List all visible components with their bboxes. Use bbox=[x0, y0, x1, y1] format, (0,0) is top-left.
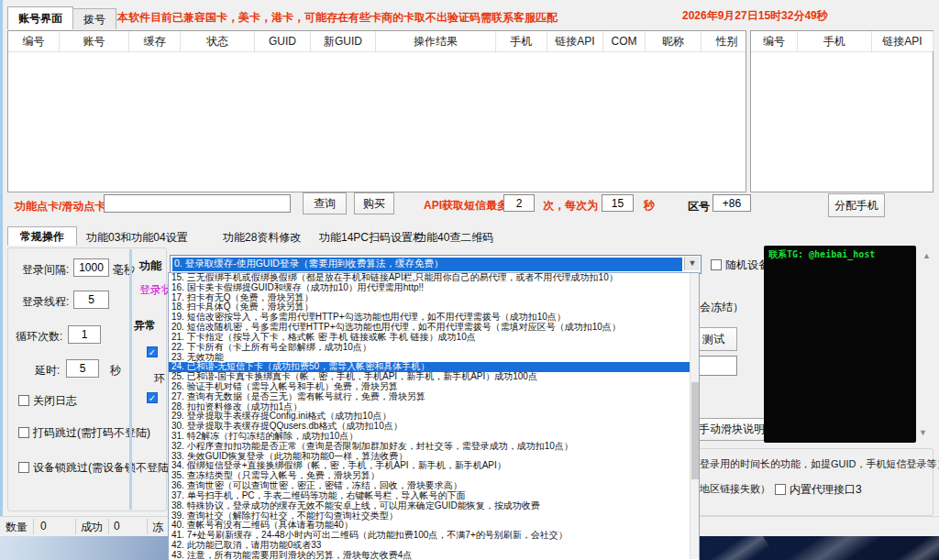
close-log-option: 关闭日志 bbox=[18, 391, 77, 409]
statusbar-separator bbox=[108, 519, 109, 534]
loop-count-input[interactable] bbox=[68, 325, 101, 344]
dropdown-item[interactable]: 19. 短信改密按导入，号多需用代理HTTP+勾选功能也用代理，如不用代理需拨号… bbox=[169, 313, 699, 323]
phone-table-header: 编号手机链接API bbox=[751, 31, 933, 52]
dropdown-item[interactable]: 43. 注意，所有功能需要用到滑块的另算，滑块每次收费4点 bbox=[169, 551, 699, 560]
chevron-down-icon[interactable]: ▼ bbox=[684, 257, 700, 270]
dropdown-item[interactable]: 16. 国卡美卡假绑提GUID和缓存（成功扣10）用代理需用http!! bbox=[169, 283, 699, 293]
builtin-proxy-checkbox[interactable] bbox=[775, 484, 786, 495]
dropdown-scrollbar[interactable] bbox=[690, 273, 699, 559]
tab-func40[interactable]: 功能40查二维码 bbox=[415, 228, 493, 247]
dropdown-item[interactable]: 26. 验证手机对错（需导入帐号和手机）免费，滑块另算 bbox=[169, 382, 699, 392]
column-header[interactable]: 手机 bbox=[496, 31, 547, 51]
column-header[interactable]: 状态 bbox=[181, 31, 255, 51]
dropdown-item[interactable]: 15. 三无假绑手机或假绑换假绑（都是放在手机和链接API栏,只能用你自己的易代… bbox=[169, 273, 699, 283]
column-header[interactable]: 新GUID bbox=[311, 31, 376, 51]
login-interval-input[interactable] bbox=[73, 258, 109, 277]
assign-phone-button[interactable]: 分配手机 bbox=[828, 193, 885, 217]
dropdown-item[interactable]: 34. 假绑短信登录+直接换绑假绑（帐，密，手机，手机API，新手机，新手机AP… bbox=[169, 461, 699, 471]
dropdown-item[interactable]: 18. 扫卡具体Q（免费，滑块另算） bbox=[169, 302, 699, 313]
devicelock-skip-checkbox[interactable] bbox=[18, 462, 29, 473]
delay-input[interactable] bbox=[66, 359, 99, 378]
success-label: 成功 bbox=[81, 520, 103, 535]
abnormal-checkbox[interactable] bbox=[147, 346, 158, 357]
column-header[interactable]: 链接API bbox=[547, 31, 603, 51]
area-code-input[interactable] bbox=[713, 194, 751, 212]
column-header[interactable]: 账号 bbox=[60, 31, 129, 51]
column-header[interactable]: 缓存 bbox=[129, 31, 181, 51]
qty-value: 0 bbox=[40, 520, 47, 533]
dropdown-item[interactable]: 17. 扫卡有无Q（免费，滑块另算） bbox=[169, 293, 699, 303]
column-header[interactable]: 昵称 bbox=[646, 31, 701, 51]
compatibility-warning: 本软件目前已兼容国卡，美卡，港卡，可能存在有些卡商的卡取不出验证码需联系客服匹配 bbox=[117, 10, 558, 26]
login-thread-input[interactable] bbox=[73, 291, 109, 309]
close-log-label: 关闭日志 bbox=[33, 394, 77, 407]
tab-func28[interactable]: 功能28资料修改 bbox=[223, 228, 301, 247]
random-device-label: 随机设备 bbox=[725, 258, 769, 271]
column-header[interactable]: 编号 bbox=[8, 31, 60, 51]
dropdown-item[interactable]: 31. 特2解冻（打勾冻结的解除，成功扣10点） bbox=[169, 432, 699, 442]
sms-count-input[interactable] bbox=[503, 194, 535, 212]
column-header[interactable]: 编号 bbox=[751, 31, 798, 51]
delay-unit: 秒 bbox=[110, 363, 121, 379]
phone-table: 编号手机链接API bbox=[750, 30, 933, 192]
dropdown-item[interactable]: 29. 登录提取手表缓存提Config.ini格式（成功扣10点） bbox=[169, 412, 699, 422]
column-header[interactable]: 链接API bbox=[872, 31, 933, 51]
close-log-checkbox[interactable] bbox=[18, 395, 29, 406]
buy-button[interactable]: 购买 bbox=[354, 192, 394, 214]
env-checkbox[interactable] bbox=[147, 392, 158, 403]
dropdown-scrollbar-thumb[interactable] bbox=[691, 382, 699, 479]
dropdown-item[interactable]: 30. 登录提取手表缓存提QQusers.db格式（成功扣10点） bbox=[169, 422, 699, 432]
dropdown-item[interactable]: 23. 无效功能 bbox=[169, 353, 699, 363]
random-device-checkbox[interactable] bbox=[711, 259, 722, 270]
point-card-input[interactable] bbox=[104, 194, 291, 213]
scroll-down-icon[interactable]: ▼ bbox=[919, 428, 927, 437]
scroll-up-icon[interactable]: ▲ bbox=[922, 251, 931, 260]
tab-dial[interactable]: 拨号 bbox=[72, 8, 116, 29]
tab-func03-04[interactable]: 功能03和功能04设置 bbox=[86, 228, 188, 247]
dropdown-item[interactable]: 32. 小程序查扣扣功能是否正常（查询是否限制加群加好友，封社交等，需登录成功，… bbox=[169, 442, 699, 452]
column-header[interactable]: GUID bbox=[255, 31, 311, 51]
function-dropdown-list: 15. 三无假绑手机或假绑换假绑（都是放在手机和链接API栏,只能用你自己的易代… bbox=[168, 272, 700, 560]
dropdown-item[interactable]: 28. 扣扣资料修改（成功扣1点） bbox=[169, 402, 699, 412]
api-sms-suffix: 秒 bbox=[644, 198, 655, 214]
column-header[interactable]: 性别 bbox=[701, 31, 753, 51]
sms-interval-input[interactable] bbox=[602, 194, 634, 212]
dropdown-item[interactable]: 39. 查询社交（解除打勾社交，不能打勾查询社交类型） bbox=[169, 511, 699, 522]
proxy-note-line1: 登录用的时间长的功能，如提GUID，手机短信登录等） bbox=[700, 457, 939, 471]
dropdown-item[interactable]: 25. 已和谐-国卡真卡换绑真卡（帐，密，手机，手机API，新手机，新手机API… bbox=[169, 372, 699, 382]
captcha-skip-checkbox[interactable] bbox=[18, 427, 29, 438]
dropdown-item[interactable]: 37. 单号扫手机，PC，手表二维码等功能，右键帐号栏，导入帐号的下面 bbox=[169, 491, 699, 501]
dropdown-item[interactable]: 40. 查帐号有没有二维码（具体请看功能40） bbox=[169, 521, 699, 531]
dropdown-item[interactable]: 27. 查询有无数据（是否三无）需有帐号就行，免费，滑块另算 bbox=[169, 392, 699, 402]
dropdown-item[interactable]: 24. 已和谐-无短信下卡（成功扣费50，需导入帐密和具体手机） bbox=[169, 362, 699, 372]
dropdown-item[interactable]: 35. 查冻结类型（只需导入帐号，免费，滑块另算） bbox=[169, 471, 699, 481]
dropdown-item[interactable]: 38. 特殊协议，登录成功的缓存无效不能安卓上线，可以用来确定GUID能恢复，按… bbox=[169, 501, 699, 511]
dropdown-item[interactable]: 42. 此功能已取消，请用功能0或者33 bbox=[169, 541, 699, 551]
builtin-proxy-label: 内置代理接口3 bbox=[790, 483, 862, 496]
query-button[interactable]: 查询 bbox=[303, 192, 347, 214]
function-select[interactable]: 0. 登录取缓存-使用GUID登录（需要用到收费算法，缓存免费） ▼ bbox=[170, 255, 701, 274]
column-header[interactable]: 操作结果 bbox=[376, 31, 496, 51]
tab-func14[interactable]: 功能14PC扫码设置栏 bbox=[319, 228, 424, 247]
dropdown-item[interactable]: 22. 下卡所有（卡上所有号全部解绑，成功10点） bbox=[169, 343, 699, 353]
captcha-skip-label: 打码跳过(需打码不登陆) bbox=[33, 426, 150, 439]
tab-general-ops[interactable]: 常规操作 bbox=[7, 226, 77, 246]
dropdown-item[interactable]: 20. 短信改随机密，号多需用代理HTTP+勾选功能也用代理，如不用代理需拨号（… bbox=[169, 323, 699, 333]
dropdown-item[interactable]: 41. 7+处号刷新缓存，24-48小时内可出二维码（此功能扣费100点，不满7… bbox=[169, 531, 699, 541]
statusbar-separator bbox=[75, 519, 76, 534]
column-header[interactable]: COM bbox=[603, 31, 646, 51]
log-console: 联系TG: @heibai_host bbox=[764, 246, 916, 443]
area-code-label: 区号 bbox=[688, 199, 710, 214]
dropdown-item[interactable]: 33. 失效GUID恢复登录（此功能和功能0一样，算法收费） bbox=[169, 452, 699, 462]
telegram-contact-text: 联系TG: @heibai_host bbox=[768, 248, 875, 261]
dropdown-item[interactable]: 21. 下卡指定（按导入下卡，格式帐 密 手机 链接或帐 手机 链接）成功10点 bbox=[169, 333, 699, 343]
tab-account-page[interactable]: 账号界面 bbox=[7, 6, 73, 29]
function-label: 功能 bbox=[139, 258, 161, 274]
frozen-tail-text: 会冻结） bbox=[700, 300, 744, 315]
api-sms-prefix: API获取短信最多 bbox=[424, 198, 508, 214]
login-thread-label: 登录线程: bbox=[22, 294, 69, 310]
column-header[interactable]: 手机 bbox=[798, 31, 872, 51]
dropdown-item[interactable]: 36. 查询世密（可以查询世密，密正，密错，冻结，回收，滑块要求高） bbox=[169, 481, 699, 491]
login-status-label: 登录状 bbox=[139, 282, 170, 298]
qty-label: 数量 bbox=[6, 520, 28, 535]
